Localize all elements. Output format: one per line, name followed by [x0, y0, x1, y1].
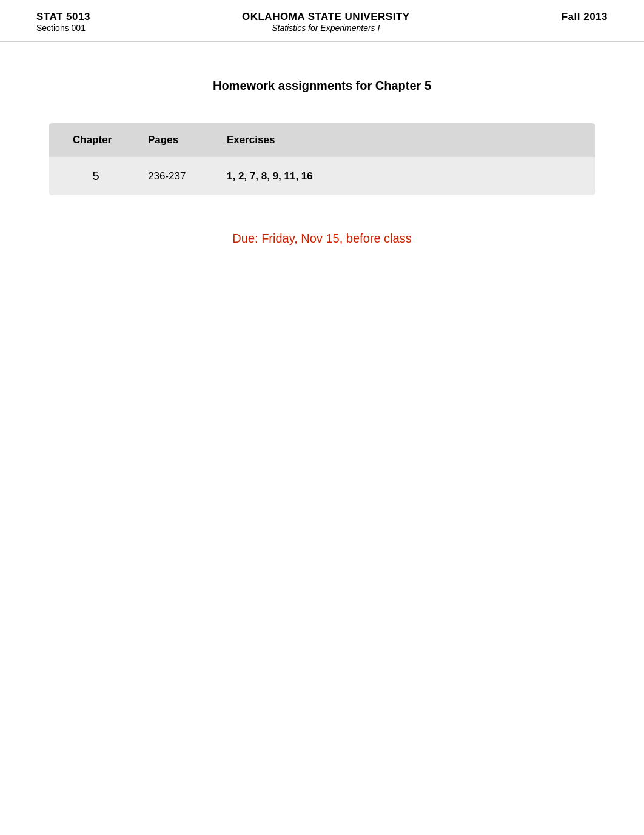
university-name: OKLAHOMA STATE UNIVERSITY: [242, 11, 410, 23]
column-header-pages: Pages: [133, 123, 212, 157]
table-header-row: Chapter Pages Exercises: [49, 123, 595, 157]
assignments-table: Chapter Pages Exercises 5 236-237 1, 2, …: [49, 123, 595, 195]
page-title: Homework assignments for Chapter 5: [49, 79, 595, 93]
course-section: Sections 001: [36, 23, 90, 33]
header-semester: Fall 2013: [562, 11, 608, 23]
header-left: STAT 5013 Sections 001: [36, 11, 90, 33]
cell-pages: 236-237: [133, 157, 212, 195]
main-content: Homework assignments for Chapter 5 Chapt…: [0, 42, 644, 270]
column-header-exercises: Exercises: [212, 123, 595, 157]
header-center: OKLAHOMA STATE UNIVERSITY Statistics for…: [242, 11, 410, 33]
course-subtitle: Statistics for Experimenters I: [272, 23, 380, 33]
cell-chapter: 5: [49, 157, 133, 195]
due-date: Due: Friday, Nov 15, before class: [49, 232, 595, 246]
exercises-bold-text: 1, 2, 7, 8, 9, 11, 16: [227, 170, 313, 182]
table-row: 5 236-237 1, 2, 7, 8, 9, 11, 16: [49, 157, 595, 195]
cell-exercises: 1, 2, 7, 8, 9, 11, 16: [212, 157, 595, 195]
column-header-chapter: Chapter: [49, 123, 133, 157]
course-number: STAT 5013: [36, 11, 90, 23]
page-header: STAT 5013 Sections 001 OKLAHOMA STATE UN…: [0, 0, 644, 42]
